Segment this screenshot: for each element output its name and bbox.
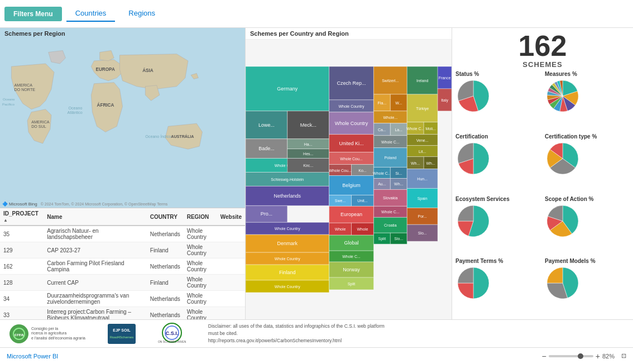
- middle-panel: Schemes per Country and Region GermanyLo…: [246, 28, 452, 319]
- right-panel: 162 SCHEMES Status %Measures %Certificat…: [452, 28, 633, 319]
- cell-region: Whole Country: [184, 291, 217, 307]
- table-row[interactable]: 162 Carbon Farming Pilot Friesland Campi…: [0, 258, 245, 275]
- chart-title-measures: Measures %: [545, 71, 577, 77]
- disclaimer-text: Disclaimer: all uses of the data, statis…: [208, 323, 387, 344]
- svg-text:Wh...: Wh...: [411, 161, 420, 165]
- svg-text:Türkiye: Türkiye: [416, 107, 429, 111]
- zoom-plus[interactable]: +: [596, 352, 600, 361]
- map-section[interactable]: Schemes per Region: [0, 28, 245, 208]
- col-website[interactable]: Website: [217, 208, 245, 226]
- pie-cert-type: [545, 141, 589, 177]
- cell-country: Netherlands: [147, 307, 184, 320]
- chart-payment-models[interactable]: Payment Models %: [545, 258, 630, 316]
- big-number: 162 SCHEMES: [455, 31, 630, 69]
- svg-text:AMERICA: AMERICA: [15, 83, 33, 88]
- zoom-thumb[interactable]: [578, 353, 583, 359]
- svg-text:Ireland: Ireland: [416, 79, 428, 83]
- csi-logo: C.S.I. CARBON SCHEMES INVENTORY: [158, 323, 186, 345]
- cell-id: 33: [0, 307, 44, 320]
- cell-region: Whole Country: [184, 226, 217, 242]
- svg-text:Whole: Whole: [335, 227, 346, 231]
- svg-text:Bade...: Bade...: [258, 146, 274, 151]
- svg-text:Slovakia: Slovakia: [383, 196, 397, 200]
- svg-text:Lowe...: Lowe...: [258, 122, 275, 128]
- chart-scope[interactable]: Scope of Action %: [545, 196, 630, 254]
- tab-regions[interactable]: Regions: [119, 6, 164, 22]
- expand-icon[interactable]: ⊡: [621, 352, 626, 360]
- cell-id: 128: [0, 275, 44, 291]
- treemap-svg: GermanyLowe...Meck...Bade...Ha...Hes...W…: [246, 40, 452, 319]
- svg-text:Vene...: Vene...: [416, 138, 429, 142]
- svg-text:Wh...: Wh...: [394, 182, 403, 186]
- filters-menu-button[interactable]: Filters Menu: [4, 7, 62, 21]
- cell-name: Carbon Farming Pilot Friesland Campina: [44, 258, 147, 275]
- svg-text:Swe...: Swe...: [335, 199, 346, 203]
- svg-text:EJP SOIL: EJP SOIL: [113, 328, 131, 332]
- table-row[interactable]: 35 Agrarisch Natuur- en landschapsbeheer…: [0, 226, 245, 242]
- main-container: Filters Menu Countries Regions Schemes p…: [0, 0, 633, 364]
- svg-text:Croatia: Croatia: [384, 223, 397, 227]
- chart-measures[interactable]: Measures %: [545, 71, 630, 129]
- svg-text:Whole C...: Whole C...: [381, 140, 400, 144]
- svg-text:Hes...: Hes...: [303, 152, 313, 156]
- col-country[interactable]: COUNTRY: [147, 208, 184, 226]
- svg-text:Au...: Au...: [378, 182, 386, 186]
- chart-certification[interactable]: Certification: [455, 133, 540, 191]
- svg-text:Moli...: Moli...: [425, 127, 436, 131]
- svg-text:Fla...: Fla...: [378, 101, 387, 105]
- svg-text:Whole C...: Whole C...: [406, 127, 425, 131]
- col-name[interactable]: Name: [44, 208, 147, 226]
- total-schemes-number: 162: [455, 31, 630, 60]
- table-row[interactable]: 34 Duurzaamheidsprogramma's van zuivelon…: [0, 291, 245, 307]
- table-row[interactable]: 129 CAP 2023-27 Finland Whole Country: [0, 242, 245, 258]
- svg-text:Netherlands: Netherlands: [274, 193, 301, 199]
- cell-id: 34: [0, 291, 44, 307]
- chart-cert-type[interactable]: Certification type %: [545, 133, 630, 191]
- cell-website: [217, 226, 245, 242]
- ejp-logo: EJP SOIL Road4Schemes: [108, 324, 136, 344]
- table-row[interactable]: 33 Interreg project:Carbon Farming – Bio…: [0, 307, 245, 320]
- svg-text:Whole Cou...: Whole Cou...: [340, 157, 362, 161]
- svg-text:Whole Country: Whole Country: [275, 227, 301, 231]
- svg-text:Kirc...: Kirc...: [303, 164, 313, 167]
- svg-text:Pacífico: Pacífico: [2, 102, 15, 106]
- table-row[interactable]: 128 Current CAP Finland Whole Country: [0, 275, 245, 291]
- svg-text:Global: Global: [344, 240, 359, 246]
- cell-id: 35: [0, 226, 44, 242]
- svg-text:Whole: Whole: [357, 227, 368, 231]
- svg-text:Ca...: Ca...: [378, 128, 386, 132]
- svg-text:France: France: [439, 76, 451, 80]
- zoom-minus[interactable]: −: [542, 352, 546, 361]
- svg-text:Wh...: Wh...: [426, 161, 435, 165]
- col-region[interactable]: REGION: [184, 208, 217, 226]
- chart-ecosystem[interactable]: Ecosystem Services: [455, 196, 540, 254]
- tab-countries[interactable]: Countries: [66, 6, 116, 22]
- world-map[interactable]: AMERICA DO NORTE AMERICA DO SUL EUROPA Á…: [0, 28, 245, 208]
- chart-status[interactable]: Status %: [455, 71, 540, 129]
- cell-region: Whole Country: [184, 275, 217, 291]
- powerbi-link[interactable]: Microsoft Power BI: [7, 353, 58, 360]
- svg-text:Schleswig-Holstein: Schleswig-Holstein: [271, 178, 304, 182]
- col-id[interactable]: ID_PROJECT ▲: [0, 208, 44, 226]
- data-table-section[interactable]: ID_PROJECT ▲ Name COUNTRY REGION Website…: [0, 208, 245, 319]
- svg-text:crea: crea: [15, 332, 24, 337]
- svg-text:Spain: Spain: [418, 197, 428, 201]
- chart-title-cert-type: Certification type %: [545, 133, 597, 140]
- svg-text:European: European: [341, 212, 362, 217]
- crea-logo: crea Consiglio per laricerca in agricolt…: [9, 324, 85, 344]
- chart-payment-terms[interactable]: Payment Terms %: [455, 258, 540, 316]
- left-panel: Schemes per Region: [0, 28, 246, 319]
- cell-name: Interreg project:Carbon Farming – Biobeu…: [44, 307, 147, 320]
- svg-text:W...: W...: [395, 101, 402, 105]
- treemap-title: Schemes per Country and Region: [246, 28, 452, 40]
- svg-text:Switzerl...: Switzerl...: [382, 79, 399, 83]
- cell-country: Netherlands: [147, 291, 184, 307]
- treemap-container[interactable]: GermanyLowe...Meck...Bade...Ha...Hes...W…: [246, 40, 452, 319]
- svg-text:Split: Split: [378, 237, 386, 241]
- top-nav: Filters Menu Countries Regions: [0, 0, 633, 28]
- svg-text:Whole Country: Whole Country: [335, 121, 368, 126]
- svg-text:Lit...: Lit...: [419, 150, 426, 154]
- svg-text:Finland: Finland: [279, 270, 295, 275]
- svg-text:United Ki...: United Ki...: [339, 141, 364, 146]
- cell-name: Duurzaamheidsprogramma's van zuivelonder…: [44, 291, 147, 307]
